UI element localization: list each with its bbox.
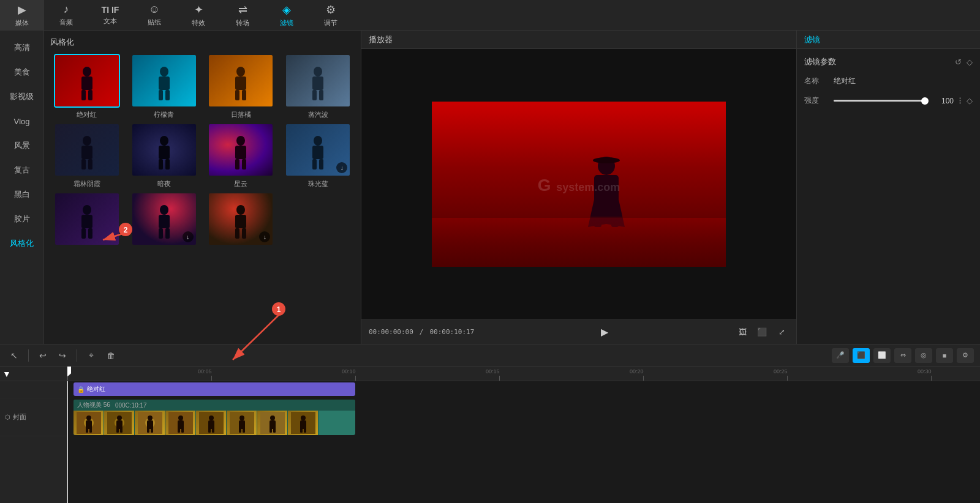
center-panel: 播放器 <box>361 31 796 344</box>
intensity-stepper[interactable]: ⁝ <box>959 95 962 106</box>
redo-button[interactable]: ↪ <box>55 348 70 363</box>
settings-icon[interactable]: ⚙ <box>957 348 974 363</box>
intensity-slider[interactable] <box>834 100 927 102</box>
filter-thumb-style2[interactable]: ↓ <box>131 192 197 246</box>
play-button[interactable]: ▶ <box>597 325 612 340</box>
svg-point-36 <box>160 205 168 215</box>
track-tool-3[interactable]: ⇔ <box>894 348 911 363</box>
timeline-area: ↖ ↩ ↪ ⌖ 🗑 🎤 ⬛ ⬜ ⇔ ◎ ■ ⚙ ▼ <box>0 344 980 503</box>
filter-thumb-cyan[interactable] <box>131 54 197 108</box>
toolbar-divider2 <box>77 349 77 362</box>
filter-item-forest[interactable]: 霜林阴霞 <box>50 123 124 188</box>
ruler-mark-30: 00:30 <box>931 376 932 381</box>
sidenav-stylized[interactable]: 风格化 <box>1 233 43 255</box>
svg-rect-23 <box>165 159 170 170</box>
expand-icon[interactable]: ⤢ <box>774 325 789 340</box>
sidenav-landscape[interactable]: 风景 <box>1 135 43 157</box>
timeline-main[interactable]: 00:00 00:05 00:10 00:15 <box>67 367 980 503</box>
filter-thumb-pearl[interactable]: ↓ <box>285 123 351 177</box>
filter-thumb-forest[interactable] <box>54 123 120 177</box>
filter-label-cyan: 柠檬青 <box>154 110 174 119</box>
toolbar-adjust[interactable]: ⚙ 调节 <box>309 0 353 31</box>
filter-label-night: 暗夜 <box>157 179 171 188</box>
svg-rect-66 <box>151 427 153 433</box>
cover-label-icon: ⬡ <box>5 414 10 420</box>
filter-track[interactable]: 🔒 绝对红 <box>74 382 355 396</box>
filter-item-style3[interactable]: ↓ <box>205 192 278 248</box>
thumb-5 <box>196 411 227 435</box>
toolbar-text-label: 文本 <box>104 17 117 26</box>
svg-rect-3 <box>88 90 92 100</box>
split-button[interactable]: ⌖ <box>83 348 99 363</box>
filter-item-style2[interactable]: ↓ <box>127 192 201 248</box>
screenshot-icon[interactable]: 🖼 <box>735 325 750 340</box>
toolbar-media[interactable]: ▶ 媒体 <box>0 0 44 31</box>
svg-point-78 <box>239 415 244 420</box>
timeline-content: ▼ ⬡ 封面 <box>0 367 980 503</box>
svg-point-88 <box>301 415 306 420</box>
toolbar-transition[interactable]: ⇌ 转场 <box>221 0 265 31</box>
svg-rect-27 <box>242 159 246 170</box>
slider-thumb[interactable] <box>921 97 929 105</box>
filter-label-nebula: 星云 <box>234 179 247 188</box>
svg-rect-31 <box>319 159 323 170</box>
toolbar-text[interactable]: TI IF 文本 <box>88 0 132 31</box>
track-tool-1[interactable]: ⬛ <box>853 348 870 363</box>
params-title: 滤镜参数 <box>804 56 836 67</box>
svg-rect-60 <box>120 427 123 433</box>
cover-label-text: 封面 <box>13 412 26 422</box>
filter-item-pearl[interactable]: ↓ 珠光蓝 <box>281 123 355 188</box>
track-tool-4[interactable]: ◎ <box>915 348 932 363</box>
svg-point-4 <box>160 67 168 76</box>
svg-rect-7 <box>165 90 170 100</box>
filter-item-nebula[interactable]: 星云 <box>205 123 278 188</box>
sidenav-film[interactable]: 胶片 <box>1 208 43 230</box>
keyframe-icon[interactable]: ◇ <box>967 58 973 67</box>
right-panel: 滤镜 滤镜参数 ↺ ◇ 名称 绝对红 强度 <box>796 31 980 344</box>
delete-button[interactable]: 🗑 <box>103 348 119 363</box>
sidenav-bw[interactable]: 黑白 <box>1 184 43 206</box>
svg-rect-1 <box>81 76 92 90</box>
svg-rect-22 <box>159 159 163 170</box>
svg-rect-86 <box>273 427 276 433</box>
intensity-row: 强度 100 ⁝ ◇ <box>804 95 973 106</box>
filter-thumb-style3[interactable]: ↓ <box>208 192 274 246</box>
filter-item-style1[interactable] <box>50 192 124 248</box>
track-tool-2[interactable]: ⬜ <box>873 348 891 363</box>
filter-thumb-nebula[interactable] <box>208 123 274 177</box>
sidenav-hd[interactable]: 高清 <box>1 37 43 59</box>
filter-thumb-orange[interactable] <box>208 54 274 108</box>
ruler-mark-10: 00:10 <box>355 376 356 381</box>
video-track[interactable]: 人物视美 56 000C:10:17 <box>74 400 355 435</box>
filter-item-cyan[interactable]: 柠檬青 <box>127 54 201 119</box>
toolbar-sticker[interactable]: ☺ 贴纸 <box>132 0 176 31</box>
filter-item-steam[interactable]: 蒸汽波 <box>281 54 355 119</box>
svg-point-8 <box>236 67 245 76</box>
intensity-keyframe-icon[interactable]: ◇ <box>967 96 973 105</box>
toolbar-audio[interactable]: ♪ 音频 <box>44 0 88 31</box>
filter-thumb-night[interactable] <box>131 123 197 177</box>
cursor-tool[interactable]: ↖ <box>6 348 22 363</box>
svg-rect-35 <box>88 228 92 239</box>
video-thumbnails <box>74 411 355 435</box>
filter-item-red[interactable]: 绝对红 <box>50 54 124 119</box>
sidenav-food[interactable]: 美食 <box>1 61 43 83</box>
sidenav-vlog[interactable]: Vlog <box>1 110 43 132</box>
filter-thumb-red[interactable] <box>54 54 120 108</box>
undo-button[interactable]: ↩ <box>35 348 51 363</box>
svg-rect-41 <box>235 215 246 228</box>
filter-thumb-steam[interactable] <box>285 54 351 108</box>
reset-icon[interactable]: ↺ <box>955 58 962 67</box>
sidenav-retro[interactable]: 复古 <box>1 159 43 181</box>
filter-item-orange[interactable]: 日落橘 <box>205 54 278 119</box>
toolbar-filter[interactable]: ◈ 滤镜 <box>265 0 309 31</box>
fullscreen-preview-icon[interactable]: ⬛ <box>755 325 769 340</box>
filter-item-night[interactable]: 暗夜 <box>127 123 201 188</box>
filter-thumb-style1[interactable] <box>54 192 120 246</box>
svg-rect-37 <box>159 215 170 228</box>
video-label2: 000C:10:17 <box>115 402 147 409</box>
track-tool-5[interactable]: ■ <box>936 348 953 363</box>
sidenav-cinematic[interactable]: 影视级 <box>1 86 43 108</box>
mic-icon[interactable]: 🎤 <box>832 348 849 363</box>
toolbar-effects[interactable]: ✦ 特效 <box>176 0 221 31</box>
